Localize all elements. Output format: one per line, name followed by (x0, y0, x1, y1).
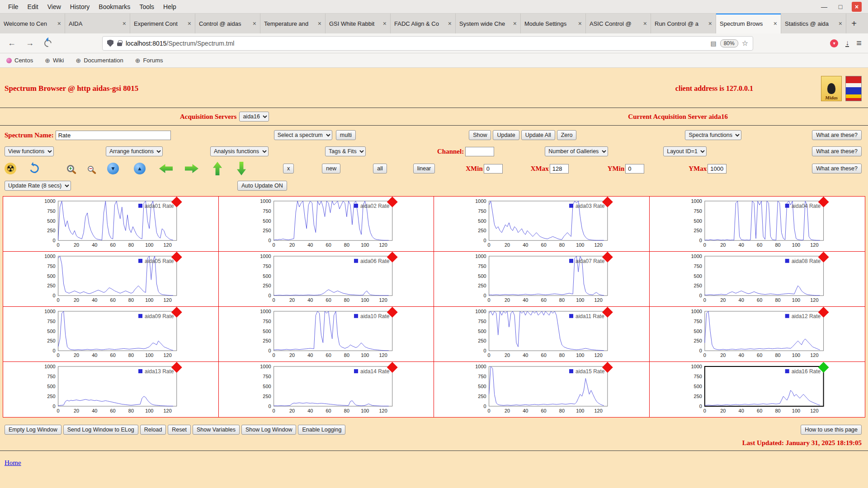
tab-module-settings[interactable]: Module Settings× (521, 14, 586, 33)
show-button[interactable]: Show (469, 130, 491, 140)
tab-system-wide-che[interactable]: System wide Che× (456, 14, 521, 33)
new-tab-button[interactable]: + (846, 14, 862, 33)
auto-update-button[interactable]: Auto Update ON (237, 181, 287, 191)
channel-input[interactable] (465, 147, 494, 156)
back-button[interactable]: ← (5, 36, 19, 51)
linear-button[interactable]: linear (413, 164, 435, 174)
tab-close-icon[interactable]: × (120, 20, 126, 27)
send-log-window-to-elog-button[interactable]: Send Log Window to ELog (63, 425, 138, 435)
spectrum-chart[interactable]: 02505007501000020406080100120 aida09 Rat… (3, 307, 218, 361)
ymax-input[interactable] (708, 164, 726, 174)
tab-statistics-aida[interactable]: Statistics @ aida× (781, 14, 846, 33)
spectrum-chart[interactable]: 02505007501000020406080100120 aida10 Rat… (219, 307, 434, 361)
tab-run-control-a[interactable]: Run Control @ a× (651, 14, 716, 33)
menu-edit[interactable]: Edit (23, 3, 43, 10)
tab-close-icon[interactable]: × (641, 20, 647, 27)
spectrum-chart[interactable]: 02505007501000020406080100120 aida15 Rat… (434, 362, 649, 417)
new-button[interactable]: new (322, 164, 340, 174)
menu-bookmarks[interactable]: Bookmarks (94, 3, 135, 10)
xmin-input[interactable] (484, 164, 503, 174)
show-log-window-button[interactable]: Show Log Window (241, 425, 297, 435)
tab-fadc-align-co[interactable]: FADC Align & Co× (391, 14, 456, 33)
url-text[interactable]: localhost:8015/Spectrum/Spectrum.tml (126, 40, 707, 47)
menu-help[interactable]: Help (159, 3, 181, 10)
shield-icon[interactable] (107, 40, 113, 47)
reload-button[interactable] (41, 36, 55, 51)
tab-close-icon[interactable]: × (836, 20, 842, 27)
refresh-icon[interactable] (28, 163, 41, 175)
view-functions-select[interactable]: View functions (5, 146, 54, 156)
update-rate-select[interactable]: Update Rate (8 secs) (5, 181, 71, 191)
zero-button[interactable]: Zero (557, 130, 577, 140)
scroll-down-icon[interactable]: ▼ (107, 163, 119, 174)
move-up-icon[interactable] (213, 162, 222, 175)
tab-close-icon[interactable]: × (510, 20, 517, 27)
spectrum-chart[interactable]: 02505007501000020406080100120 aida04 Rat… (650, 197, 865, 251)
reader-mode-icon[interactable]: ▤ (710, 40, 716, 47)
tab-spectrum-brows[interactable]: Spectrum Brows× (716, 14, 781, 33)
tab-close-icon[interactable]: × (445, 20, 452, 27)
arrange-functions-select[interactable]: Arrange functions (106, 146, 163, 156)
tab-close-icon[interactable]: × (706, 20, 712, 27)
bookmark-star-icon[interactable]: ☆ (742, 39, 748, 47)
spectra-functions-select[interactable]: Spectra functions (685, 130, 741, 140)
tab-asic-control[interactable]: ASIC Control @× (586, 14, 651, 33)
zoom-level-badge[interactable]: 80% (720, 39, 738, 47)
reset-button[interactable]: Reset (168, 425, 191, 435)
tab-experiment-cont[interactable]: Experiment Cont× (130, 14, 195, 33)
what-are-these-button[interactable]: What are these? (812, 164, 862, 174)
spectrum-chart[interactable]: 02505007501000020406080100120 aida01 Rat… (3, 197, 218, 251)
close-button[interactable]: × (852, 2, 862, 12)
number-of-galleries-select[interactable]: Number of Galleries (545, 146, 608, 156)
radiation-icon[interactable]: ☢ (5, 163, 16, 174)
bookmark-documentation[interactable]: ⊕Documentation (75, 57, 123, 64)
how-to-use-button[interactable]: How to use this page (801, 425, 862, 435)
tab-close-icon[interactable]: × (250, 20, 256, 27)
tab-close-icon[interactable]: × (380, 20, 387, 27)
spectrum-chart[interactable]: 02505007501000020406080100120 aida13 Rat… (3, 362, 218, 417)
spectrum-chart[interactable]: 02505007501000020406080100120 aida03 Rat… (434, 197, 649, 251)
spectrum-chart[interactable]: 02505007501000020406080100120 aida14 Rat… (219, 362, 434, 417)
lock-icon[interactable] (117, 42, 122, 46)
tab-temperature-and[interactable]: Temperature and× (260, 14, 326, 33)
menu-history[interactable]: History (66, 3, 94, 10)
what-are-these-button[interactable]: What are these? (812, 130, 862, 140)
hamburger-menu-icon[interactable]: ≡ (856, 38, 862, 48)
tab-aida[interactable]: AIDA× (65, 14, 130, 33)
tab-close-icon[interactable]: × (55, 20, 61, 27)
move-right-icon[interactable] (185, 164, 198, 173)
spectrum-name-input[interactable] (56, 131, 171, 140)
url-bar[interactable]: localhost:8015/Spectrum/Spectrum.tml ▤ 8… (102, 36, 753, 51)
tab-gsi-white-rabbit[interactable]: GSI White Rabbit× (326, 14, 391, 33)
tab-control-aidas[interactable]: Control @ aidas× (195, 14, 260, 33)
select-a-spectrum[interactable]: Select a spectrum (274, 130, 332, 140)
spectrum-chart[interactable]: 02505007501000020406080100120 aida16 Rat… (650, 362, 865, 417)
reload-button[interactable]: Reload (140, 425, 166, 435)
spectrum-chart[interactable]: 02505007501000020406080100120 aida11 Rat… (434, 307, 649, 361)
menu-view[interactable]: View (43, 3, 66, 10)
menu-tools[interactable]: Tools (135, 3, 159, 10)
spectrum-chart[interactable]: 02505007501000020406080100120 aida02 Rat… (219, 197, 434, 251)
scroll-up-icon[interactable]: ▲ (134, 163, 146, 174)
empty-log-window-button[interactable]: Empty Log Window (5, 425, 61, 435)
forward-button[interactable]: → (23, 36, 37, 51)
menu-file[interactable]: File (4, 3, 23, 10)
xmax-input[interactable] (550, 164, 569, 174)
pocket-icon[interactable]: ▾ (830, 39, 838, 47)
enable-logging-button[interactable]: Enable Logging (298, 425, 345, 435)
spectrum-chart[interactable]: 02505007501000020406080100120 aida07 Rat… (434, 252, 649, 306)
update-button[interactable]: Update (493, 130, 519, 140)
multi-button[interactable]: multi (336, 130, 356, 140)
bookmark-wiki[interactable]: ⊕Wiki (45, 57, 64, 64)
home-link[interactable]: Home (5, 459, 21, 467)
layout-id-select[interactable]: Layout ID=1 (663, 146, 707, 156)
bookmark-centos[interactable]: Centos (6, 57, 33, 64)
ymin-input[interactable] (625, 164, 644, 174)
tags-fits-select[interactable]: Tags & Fits (325, 146, 366, 156)
spectrum-chart[interactable]: 02505007501000020406080100120 aida12 Rat… (650, 307, 865, 361)
minimize-button[interactable]: — (819, 2, 829, 12)
spectrum-chart[interactable]: 02505007501000020406080100120 aida06 Rat… (219, 252, 434, 306)
tab-close-icon[interactable]: × (315, 20, 321, 27)
tab-welcome-to-cen[interactable]: Welcome to Cen× (0, 14, 65, 33)
acquisition-server-select[interactable]: aida16 (239, 112, 269, 122)
